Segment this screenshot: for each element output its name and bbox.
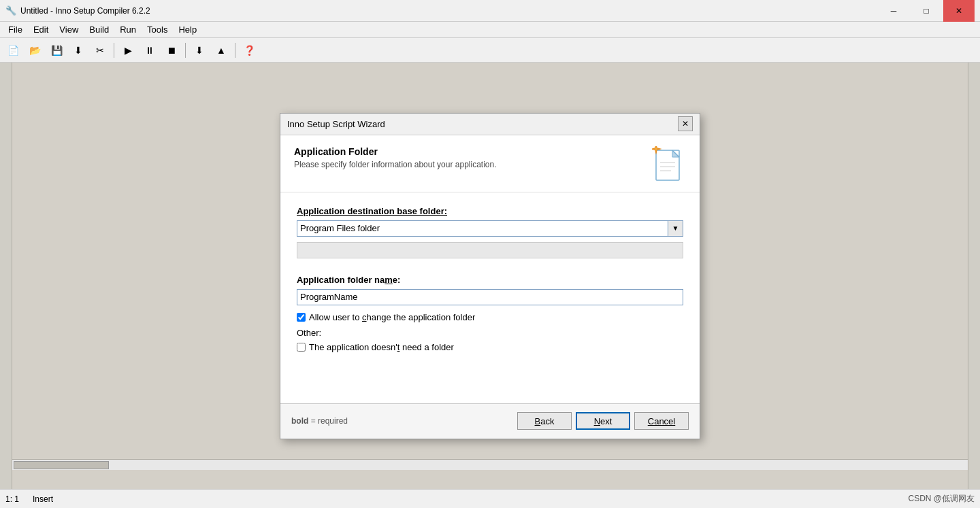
other-section-label: Other:	[297, 328, 683, 338]
status-watermark: CSDN @低调网友	[908, 493, 975, 505]
dialog-header-description: Please specify folder information about …	[294, 160, 652, 169]
toolbar-save[interactable]: 💾	[46, 41, 67, 60]
menu-tools[interactable]: Tools	[142, 23, 173, 36]
folder-name-label: Application folder name:	[297, 275, 683, 285]
dialog-footer: bold = required Back Next Cancel	[280, 403, 700, 439]
dialog-close-button[interactable]: ✕	[678, 116, 693, 131]
toolbar-separator-1	[114, 43, 114, 58]
dest-folder-dropdown-wrapper: Program Files folder Program Files (x86)…	[297, 220, 683, 237]
no-folder-label[interactable]: The application doesn't need a folder	[309, 342, 454, 352]
dialog-header: Application Folder Please specify folder…	[280, 135, 700, 192]
toolbar-help[interactable]: ❓	[239, 41, 259, 60]
toolbar-separator-3	[235, 43, 235, 58]
dest-folder-dropdown-btn[interactable]: ▼	[668, 220, 683, 237]
menu-build[interactable]: Build	[84, 23, 114, 36]
wizard-dialog: Inno Setup Script Wizard ✕ Application F…	[280, 113, 700, 439]
status-position: 1: 1	[5, 494, 19, 504]
dest-folder-select[interactable]: Program Files folder Program Files (x86)…	[297, 220, 668, 237]
horizontal-scrollbar[interactable]	[12, 459, 968, 470]
scrollbar-thumb[interactable]	[14, 461, 109, 469]
app-icon: 🔧	[5, 5, 16, 16]
maximize-button[interactable]: □	[911, 0, 942, 22]
toolbar-open[interactable]: 📂	[24, 41, 45, 60]
menu-help[interactable]: Help	[173, 23, 202, 36]
toolbar: 📄 📂 💾 ⬇ ✂ ▶ ⏸ ⏹ ⬇ ▲ ❓	[0, 38, 980, 63]
dest-folder-label: Application destination base folder:	[297, 206, 683, 216]
toolbar-compile[interactable]: ⬇	[189, 41, 210, 60]
footer-hint: bold = required	[291, 416, 517, 426]
menu-run[interactable]: Run	[114, 23, 142, 36]
status-left: 1: 1 Insert	[5, 494, 908, 504]
toolbar-separator-2	[185, 43, 186, 58]
main-area: Inno Setup Script Wizard ✕ Application F…	[0, 63, 980, 489]
window-title: Untitled - Inno Setup Compiler 6.2.2	[20, 6, 878, 16]
dialog-header-title: Application Folder	[294, 146, 652, 157]
status-bar: 1: 1 Insert CSDN @低调网友	[0, 489, 980, 508]
status-mode: Insert	[33, 494, 53, 504]
allow-change-row: Allow user to change the application fol…	[297, 312, 683, 322]
dialog-overlay: Inno Setup Script Wizard ✕ Application F…	[0, 63, 980, 489]
window-controls: ─ □ ✕	[878, 0, 975, 22]
dialog-titlebar: Inno Setup Script Wizard ✕	[280, 114, 700, 135]
back-button[interactable]: Back	[517, 412, 572, 430]
toolbar-new[interactable]: 📄	[3, 41, 23, 60]
dialog-title: Inno Setup Script Wizard	[287, 119, 678, 129]
dialog-body: Application destination base folder: Pro…	[280, 192, 700, 403]
allow-change-checkbox[interactable]	[297, 313, 306, 322]
menu-bar: File Edit View Build Run Tools Help	[0, 22, 980, 38]
next-button[interactable]: Next	[576, 412, 630, 430]
toolbar-stop[interactable]: ⏹	[161, 41, 182, 60]
dialog-header-text: Application Folder Please specify folder…	[294, 146, 652, 169]
window-close-button[interactable]: ✕	[943, 0, 975, 22]
footer-buttons: Back Next Cancel	[517, 412, 689, 430]
menu-view[interactable]: View	[54, 23, 84, 36]
no-folder-row: The application doesn't need a folder	[297, 342, 683, 352]
menu-edit[interactable]: Edit	[28, 23, 54, 36]
toolbar-build[interactable]: ▲	[211, 41, 231, 60]
toolbar-save-down[interactable]: ⬇	[68, 41, 88, 60]
toolbar-pause[interactable]: ⏸	[140, 41, 160, 60]
cancel-button[interactable]: Cancel	[634, 412, 689, 430]
toolbar-run[interactable]: ▶	[118, 41, 138, 60]
wizard-icon	[652, 146, 686, 184]
no-folder-checkbox[interactable]	[297, 343, 306, 352]
title-bar: 🔧 Untitled - Inno Setup Compiler 6.2.2 ─…	[0, 0, 980, 22]
menu-file[interactable]: File	[3, 23, 28, 36]
minimize-button[interactable]: ─	[878, 0, 909, 22]
path-display-input	[297, 242, 683, 258]
folder-name-input[interactable]	[297, 289, 683, 305]
toolbar-cut[interactable]: ✂	[90, 41, 110, 60]
allow-change-label[interactable]: Allow user to change the application fol…	[309, 312, 475, 322]
